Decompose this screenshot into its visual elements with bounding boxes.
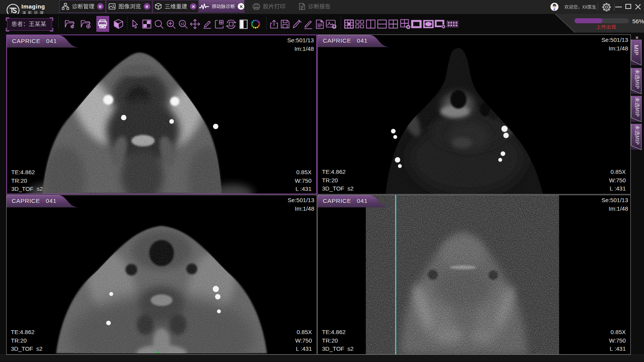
svg-text:x2: x2 xyxy=(180,22,184,26)
